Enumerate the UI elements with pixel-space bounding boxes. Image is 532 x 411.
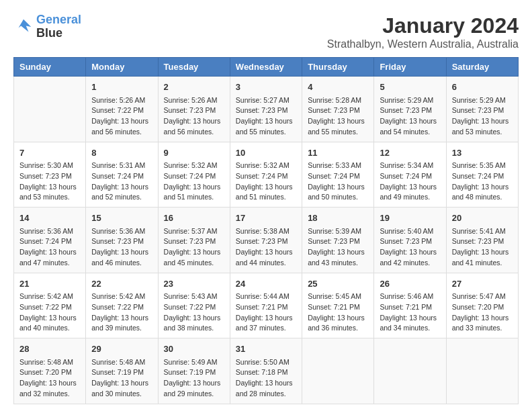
day-info: Sunrise: 5:40 AMSunset: 7:23 PMDaylight:… [380,226,440,269]
day-number: 17 [236,212,296,225]
logo-text: GeneralBlue [36,13,81,40]
day-number: 3 [236,81,296,94]
calendar-cell: 6Sunrise: 5:29 AMSunset: 7:23 PMDaylight… [446,77,518,142]
day-info: Sunrise: 5:48 AMSunset: 7:19 PMDaylight:… [91,357,152,400]
day-number: 4 [308,81,368,94]
calendar-week-row: 14Sunrise: 5:36 AMSunset: 7:24 PMDayligh… [14,208,519,273]
day-info: Sunrise: 5:42 AMSunset: 7:22 PMDaylight:… [19,291,80,334]
day-number: 16 [164,212,224,225]
day-info: Sunrise: 5:37 AMSunset: 7:23 PMDaylight:… [164,226,224,269]
calendar-cell: 12Sunrise: 5:34 AMSunset: 7:24 PMDayligh… [374,142,446,208]
day-number: 20 [452,212,513,225]
calendar-cell: 31Sunrise: 5:50 AMSunset: 7:18 PMDayligh… [230,338,302,404]
day-number: 22 [91,277,152,291]
calendar-header-sunday: Sunday [14,58,86,77]
calendar-header-friday: Friday [374,58,446,77]
calendar-cell: 13Sunrise: 5:35 AMSunset: 7:24 PMDayligh… [446,142,518,208]
calendar-cell: 19Sunrise: 5:40 AMSunset: 7:23 PMDayligh… [374,208,446,273]
day-number: 10 [236,146,296,160]
day-info: Sunrise: 5:29 AMSunset: 7:23 PMDaylight:… [452,95,513,138]
logo-bird-icon [13,17,34,37]
calendar-cell: 22Sunrise: 5:42 AMSunset: 7:22 PMDayligh… [86,273,158,338]
day-number: 30 [164,342,224,356]
calendar-week-row: 28Sunrise: 5:48 AMSunset: 7:20 PMDayligh… [14,338,519,404]
day-info: Sunrise: 5:46 AMSunset: 7:21 PMDaylight:… [380,291,440,334]
calendar-cell: 28Sunrise: 5:48 AMSunset: 7:20 PMDayligh… [14,338,86,404]
day-info: Sunrise: 5:26 AMSunset: 7:23 PMDaylight:… [164,95,224,138]
day-number: 15 [91,212,152,225]
day-info: Sunrise: 5:32 AMSunset: 7:24 PMDaylight:… [236,161,296,203]
calendar-cell: 11Sunrise: 5:33 AMSunset: 7:24 PMDayligh… [302,142,374,208]
day-info: Sunrise: 5:49 AMSunset: 7:19 PMDaylight:… [164,357,224,400]
day-info: Sunrise: 5:30 AMSunset: 7:23 PMDaylight:… [19,161,80,203]
day-info: Sunrise: 5:43 AMSunset: 7:22 PMDaylight:… [164,291,224,334]
day-info: Sunrise: 5:33 AMSunset: 7:24 PMDaylight:… [308,161,368,203]
day-info: Sunrise: 5:27 AMSunset: 7:23 PMDaylight:… [236,95,296,138]
calendar-cell: 8Sunrise: 5:31 AMSunset: 7:24 PMDaylight… [86,142,158,208]
calendar-cell: 16Sunrise: 5:37 AMSunset: 7:23 PMDayligh… [158,208,230,273]
day-info: Sunrise: 5:45 AMSunset: 7:21 PMDaylight:… [308,291,368,334]
calendar-cell: 9Sunrise: 5:32 AMSunset: 7:24 PMDaylight… [158,142,230,208]
day-info: Sunrise: 5:42 AMSunset: 7:22 PMDaylight:… [91,291,152,334]
day-info: Sunrise: 5:32 AMSunset: 7:24 PMDaylight:… [164,161,224,203]
calendar-cell: 20Sunrise: 5:41 AMSunset: 7:23 PMDayligh… [446,208,518,273]
day-number: 9 [164,146,224,160]
calendar-header-tuesday: Tuesday [158,58,230,77]
day-info: Sunrise: 5:38 AMSunset: 7:23 PMDaylight:… [236,226,296,269]
calendar-week-row: 7Sunrise: 5:30 AMSunset: 7:23 PMDaylight… [14,142,519,208]
calendar-cell: 3Sunrise: 5:27 AMSunset: 7:23 PMDaylight… [230,77,302,142]
calendar-cell: 27Sunrise: 5:47 AMSunset: 7:20 PMDayligh… [446,273,518,338]
day-number: 23 [164,277,224,291]
day-info: Sunrise: 5:31 AMSunset: 7:24 PMDaylight:… [91,161,152,203]
day-number: 5 [380,81,440,94]
day-number: 21 [19,277,80,291]
day-info: Sunrise: 5:28 AMSunset: 7:23 PMDaylight:… [308,95,368,138]
calendar-header-thursday: Thursday [302,58,374,77]
day-number: 19 [380,212,440,225]
page-title: January 2024 [327,13,519,38]
calendar-cell: 29Sunrise: 5:48 AMSunset: 7:19 PMDayligh… [86,338,158,404]
day-number: 13 [452,146,513,160]
day-number: 12 [380,146,440,160]
calendar-header-saturday: Saturday [446,58,518,77]
day-info: Sunrise: 5:48 AMSunset: 7:20 PMDaylight:… [19,357,80,400]
day-number: 26 [380,277,440,291]
logo: GeneralBlue [13,13,81,40]
calendar-cell [446,338,518,404]
day-number: 8 [91,146,152,160]
calendar-cell: 21Sunrise: 5:42 AMSunset: 7:22 PMDayligh… [14,273,86,338]
day-number: 25 [308,277,368,291]
calendar-table: SundayMondayTuesdayWednesdayThursdayFrid… [13,57,519,404]
day-info: Sunrise: 5:47 AMSunset: 7:20 PMDaylight:… [452,291,513,334]
day-info: Sunrise: 5:26 AMSunset: 7:22 PMDaylight:… [91,95,152,138]
day-number: 27 [452,277,513,291]
calendar-cell: 2Sunrise: 5:26 AMSunset: 7:23 PMDaylight… [158,77,230,142]
calendar-header-monday: Monday [86,58,158,77]
day-number: 11 [308,146,368,160]
day-info: Sunrise: 5:41 AMSunset: 7:23 PMDaylight:… [452,226,513,269]
calendar-cell: 1Sunrise: 5:26 AMSunset: 7:22 PMDaylight… [86,77,158,142]
day-number: 2 [164,81,224,94]
calendar-cell: 24Sunrise: 5:44 AMSunset: 7:21 PMDayligh… [230,273,302,338]
calendar-week-row: 1Sunrise: 5:26 AMSunset: 7:22 PMDaylight… [14,77,519,142]
calendar-cell [302,338,374,404]
calendar-cell: 10Sunrise: 5:32 AMSunset: 7:24 PMDayligh… [230,142,302,208]
day-number: 7 [19,146,80,160]
calendar-cell: 23Sunrise: 5:43 AMSunset: 7:22 PMDayligh… [158,273,230,338]
calendar-week-row: 21Sunrise: 5:42 AMSunset: 7:22 PMDayligh… [14,273,519,338]
title-area: January 2024 Strathalbyn, Western Austra… [327,13,519,50]
svg-marker-0 [19,19,32,32]
calendar-cell: 26Sunrise: 5:46 AMSunset: 7:21 PMDayligh… [374,273,446,338]
day-number: 29 [91,342,152,356]
calendar-header-row: SundayMondayTuesdayWednesdayThursdayFrid… [14,58,519,77]
day-number: 6 [452,81,513,94]
day-info: Sunrise: 5:36 AMSunset: 7:23 PMDaylight:… [91,226,152,269]
day-number: 24 [236,277,296,291]
calendar-cell: 15Sunrise: 5:36 AMSunset: 7:23 PMDayligh… [86,208,158,273]
calendar-cell: 5Sunrise: 5:29 AMSunset: 7:23 PMDaylight… [374,77,446,142]
calendar-cell: 4Sunrise: 5:28 AMSunset: 7:23 PMDaylight… [302,77,374,142]
day-number: 18 [308,212,368,225]
calendar-cell: 25Sunrise: 5:45 AMSunset: 7:21 PMDayligh… [302,273,374,338]
page-subtitle: Strathalbyn, Western Australia, Australi… [327,38,519,50]
calendar-cell: 30Sunrise: 5:49 AMSunset: 7:19 PMDayligh… [158,338,230,404]
